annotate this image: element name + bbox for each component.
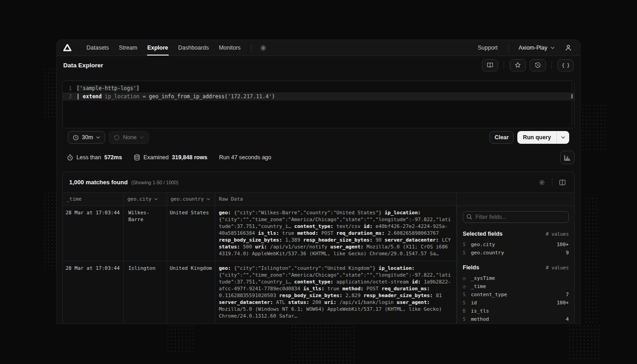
top-nav: Datasets Stream Explore Dashboards Monit… — [57, 40, 580, 56]
cell-geo-country: United States — [167, 206, 215, 261]
run-query-label: Run query — [517, 131, 556, 144]
raw-key: uri: — [324, 299, 337, 305]
raw-key: method: — [297, 230, 318, 236]
nav-item-datasets[interactable]: Datasets — [81, 40, 114, 56]
nav-item-label: Datasets — [86, 45, 109, 51]
raw-value: Mozilla/5.0 (Windows NT 6.1; WOW64) Appl… — [219, 306, 442, 319]
support-label: Support — [478, 45, 498, 51]
history-icon[interactable] — [530, 59, 546, 71]
field-list-item[interactable]: S content_type 7 — [463, 290, 569, 298]
query-editor[interactable]: 1 ['sample-http-logs'] 2 | extend ip_loc… — [62, 81, 575, 128]
column-header-geo-city[interactable]: geo.city — [124, 193, 167, 205]
user-avatar-icon[interactable] — [559, 40, 574, 56]
field-type-icon: ◷ — [463, 276, 467, 281]
chevron-down-icon — [154, 198, 158, 200]
raw-key: ip_location: — [384, 210, 420, 216]
token-paren: ) — [272, 93, 275, 100]
column-header-raw-data: Raw Data — [215, 193, 457, 205]
bar-chart-icon — [564, 155, 571, 161]
field-list-item[interactable]: S geo.city 100+ — [463, 240, 569, 248]
column-header-geo-country[interactable]: geo.country — [167, 193, 215, 205]
scrollbar-thumb[interactable] — [571, 94, 573, 99]
raw-value: /api/v1/bank/login — [339, 299, 394, 305]
raw-key: user_agent: — [330, 244, 364, 250]
field-list-item[interactable]: B is_tls — [463, 307, 569, 315]
token-function: geo_info_from_ip_address( — [149, 93, 228, 100]
raw-value: 81 — [436, 293, 442, 298]
raw-key: ip_location: — [379, 265, 415, 271]
examined-prefix: Examined — [143, 154, 169, 161]
query-dataset-token: ['sample-http-logs'] — [76, 85, 139, 91]
field-list-item[interactable]: S method 4 — [463, 315, 569, 323]
filter-fields-wrap — [463, 211, 569, 223]
cell-raw-data: geo: {"city":"Islington","country":"Unit… — [215, 261, 457, 324]
table-row[interactable]: 28 Mar at 17:03:44 Islington United King… — [63, 261, 457, 324]
column-header-time[interactable]: _time — [63, 193, 124, 205]
divider — [508, 44, 509, 51]
org-name: Axiom-Play — [519, 45, 547, 51]
line-number: 1 — [63, 84, 76, 92]
token-pipe: | — [76, 93, 83, 100]
run-query-button[interactable]: Run query — [517, 131, 569, 144]
star-favorite-icon[interactable] — [510, 59, 526, 71]
cell-time: 28 Mar at 17:03:44 — [63, 261, 124, 324]
nav-item-explore[interactable]: Explore — [142, 40, 173, 56]
axiom-logo-icon[interactable] — [63, 40, 71, 56]
filter-fields-input[interactable] — [463, 211, 569, 223]
field-list-item[interactable]: ◷ _time — [463, 282, 569, 290]
raw-key: is_tls: — [303, 286, 324, 292]
raw-key: content_type: — [294, 223, 334, 229]
page-header: Data Explorer — [57, 56, 580, 74]
cell-geo-city: Wilkes-Barre — [124, 206, 167, 261]
compare-against-dropdown[interactable]: None — [109, 131, 149, 144]
raw-key: status: — [219, 244, 240, 250]
docs-book-icon[interactable] — [482, 59, 498, 71]
chevron-down-icon — [561, 136, 565, 139]
editor-line-2: 2 | extend ip_location = geo_info_from_i… — [63, 92, 574, 101]
settings-gear-icon[interactable] — [257, 40, 269, 56]
column-label: geo.country — [171, 196, 204, 202]
field-type-icon: B — [463, 308, 467, 313]
clear-button[interactable]: Clear — [490, 131, 514, 144]
raw-key: resp_header_size_bytes: — [364, 293, 433, 298]
raw-key: req_duration_ms: — [336, 230, 384, 236]
results-settings-gear-icon[interactable] — [536, 177, 547, 188]
selected-fields-header: Selected fields # values — [463, 231, 569, 237]
token-string: '172.217.11.4' — [228, 93, 272, 100]
column-label: _time — [66, 196, 81, 202]
divider — [551, 61, 552, 69]
raw-key: resp_header_size_bytes: — [303, 237, 372, 243]
time-range-dropdown[interactable]: 30m — [68, 131, 105, 144]
field-values-count: 4 — [566, 316, 569, 322]
nav-item-monitors[interactable]: Monitors — [214, 40, 246, 56]
raw-key: resp_body_size_bytes: — [219, 237, 282, 243]
editor-scrollbar[interactable] — [571, 83, 573, 126]
raw-key: server_datacenter: — [384, 237, 439, 243]
field-type-icon: S — [463, 242, 467, 247]
table-row[interactable]: 28 Mar at 17:03:44 Wilkes-Barre United S… — [63, 206, 457, 261]
field-list-item[interactable]: S id 100+ — [463, 298, 569, 307]
column-header-spacer — [457, 193, 574, 205]
support-link[interactable]: Support — [473, 40, 503, 56]
latency-prefix: Less than — [76, 154, 101, 161]
field-list-item[interactable]: S geo.country 9 — [463, 248, 569, 257]
nav-item-label: Stream — [119, 45, 137, 51]
nav-item-label: Explore — [147, 45, 168, 51]
latency-stat: Less than 572ms — [67, 154, 122, 161]
time-range-value: 30m — [82, 134, 93, 141]
dot-pattern-decoration — [568, 324, 602, 359]
table-columns-icon[interactable] — [557, 177, 568, 188]
code-braces-icon[interactable]: { } — [557, 59, 574, 71]
field-list-item[interactable]: ◷ _sysTime — [463, 274, 569, 282]
nav-item-dashboards[interactable]: Dashboards — [173, 40, 214, 56]
braces-glyph: { } — [562, 62, 570, 68]
org-switcher[interactable]: Axiom-Play — [514, 40, 559, 56]
raw-key: id: — [364, 223, 373, 229]
run-query-caret[interactable] — [556, 131, 569, 144]
column-label: geo.city — [127, 196, 152, 202]
nav-item-stream[interactable]: Stream — [114, 40, 142, 56]
results-header: 1,000 matches found (Showing 1-50 / 1000… — [63, 172, 574, 193]
divider — [504, 61, 504, 69]
chart-view-button[interactable] — [560, 151, 575, 164]
dot-pattern-decoration — [584, 197, 599, 323]
